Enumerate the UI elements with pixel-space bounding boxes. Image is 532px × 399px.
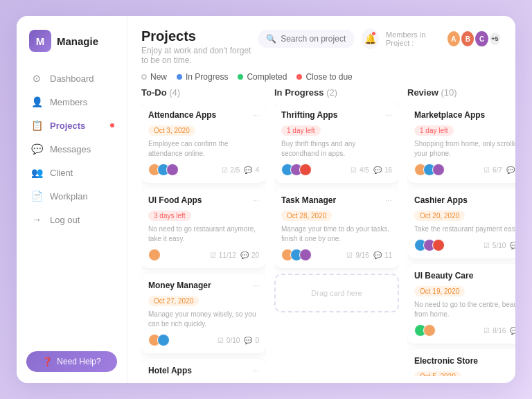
avatar-3: C xyxy=(474,30,489,48)
client-icon: 👥 xyxy=(30,167,43,178)
need-help-label: Need Help? xyxy=(57,357,100,366)
avatar-2: B xyxy=(460,30,475,48)
filter-label-closetodue: Close to due xyxy=(305,72,352,82)
mini-avatar xyxy=(432,239,445,251)
logout-icon: → xyxy=(30,214,43,225)
messages-icon: 💬 xyxy=(30,143,43,154)
search-box[interactable]: 🔍 xyxy=(258,30,354,48)
card-comments: 💬16 xyxy=(373,166,392,174)
dot-inprogress xyxy=(177,74,182,80)
members-icon: 👤 xyxy=(30,96,43,107)
card-title: Electronic Store xyxy=(414,356,478,366)
card-desc: Employee can confirm the attendance onli… xyxy=(148,139,259,159)
header-right: 🔍 🔔 Members in Project : A B C +5 xyxy=(258,28,502,49)
drag-card[interactable]: Drag card here xyxy=(274,274,399,312)
filter-label-new: New xyxy=(150,72,167,82)
filter-label-completed: Completed xyxy=(247,72,287,82)
card-more-icon[interactable]: ··· xyxy=(385,195,392,209)
sidebar-label-logout: Log out xyxy=(50,215,80,225)
sidebar-item-messages[interactable]: 💬 Messages xyxy=(24,138,120,160)
column-header-todo: To-Do (4) xyxy=(141,87,266,98)
card-title: UI Beauty Care xyxy=(414,271,473,281)
card-tasks: ☑5/10 xyxy=(484,242,506,249)
card-c8[interactable]: Cashier Apps···Oct 20, 2020Take the rest… xyxy=(407,188,515,258)
sidebar-bottom: ❓ Need Help? xyxy=(17,344,127,372)
card-comments: 💬12 xyxy=(506,166,515,174)
sidebar-item-projects[interactable]: 📋 Projects xyxy=(24,114,120,136)
sidebar-item-dashboard[interactable]: ⊙ Dashboard xyxy=(24,67,120,89)
need-help-button[interactable]: ❓ Need Help? xyxy=(26,351,117,372)
card-more-icon[interactable]: ··· xyxy=(385,110,392,123)
card-more-icon[interactable]: ··· xyxy=(252,281,259,294)
card-tasks: ☑11/12 xyxy=(210,251,236,259)
card-c2[interactable]: UI Food Apps···3 days leftNo need to go … xyxy=(141,188,266,268)
card-footer: ☑6/7💬12 xyxy=(414,163,515,176)
members-in-project: Members in Project : A B C +5 xyxy=(386,30,502,48)
page-subtitle: Enjoy at work and don't forget to be on … xyxy=(141,46,258,65)
projects-active-dot xyxy=(110,123,114,127)
members-label: Members in Project : xyxy=(386,30,445,47)
card-more-icon[interactable]: ··· xyxy=(252,366,259,376)
column-inprogress: In Progress (2)Thrifting Apps···1 day le… xyxy=(274,87,399,376)
card-title: Thrifting Apps xyxy=(281,110,338,120)
card-meta: ☑8/16💬8 xyxy=(484,327,515,335)
filters-bar: New In Progress Completed Close to due xyxy=(127,72,515,87)
mini-avatar xyxy=(423,324,436,337)
card-desc: No need to go restaurant anymore, take i… xyxy=(148,224,259,244)
filter-completed[interactable]: Completed xyxy=(238,72,287,82)
card-c7[interactable]: Marketplace Apps···1 day leftShopping fr… xyxy=(407,103,515,183)
sidebar-item-members[interactable]: 👤 Members xyxy=(24,91,120,113)
card-desc: Buy thrift things and any secondhand in … xyxy=(281,139,392,159)
column-review: Review (10)Marketplace Apps···1 day left… xyxy=(407,87,515,376)
page-title: Projects xyxy=(141,28,258,44)
card-c4[interactable]: Hotel Apps···Oct 3, 2020Choose your favo… xyxy=(141,359,266,376)
card-footer: ☑5/10💬6 xyxy=(414,239,515,251)
mini-avatar xyxy=(148,249,161,261)
filter-closetodue[interactable]: Close to due xyxy=(296,72,352,82)
card-c10[interactable]: Electronic Store···Oct 5, 2020Much choic… xyxy=(407,349,515,376)
card-title: UI Food Apps xyxy=(148,195,202,205)
card-footer: ☑11/12💬20 xyxy=(148,249,259,261)
header-left: Projects Enjoy at work and don't forget … xyxy=(141,28,258,65)
sidebar-item-client[interactable]: 👥 Client xyxy=(24,161,120,184)
card-tasks: ☑4/5 xyxy=(351,166,369,174)
app-container: M Managie ⊙ Dashboard 👤 Members 📋 Projec… xyxy=(17,16,515,383)
filter-label-inprogress: In Progress xyxy=(186,72,228,82)
filter-inprogress[interactable]: In Progress xyxy=(177,72,228,82)
card-more-icon[interactable]: ··· xyxy=(252,195,259,209)
card-tasks: ☑2/5 xyxy=(222,166,240,174)
card-c9[interactable]: UI Beauty Care···Oct 19, 2020No need to … xyxy=(407,264,515,344)
card-meta: ☑0/10💬0 xyxy=(218,337,259,344)
card-tag: Oct 5, 2020 xyxy=(414,371,461,376)
mini-avatar xyxy=(157,334,170,346)
sidebar: M Managie ⊙ Dashboard 👤 Members 📋 Projec… xyxy=(17,16,127,383)
main-header: Projects Enjoy at work and don't forget … xyxy=(127,16,515,72)
filter-new[interactable]: New xyxy=(141,72,167,82)
card-footer: ☑0/10💬0 xyxy=(148,334,259,346)
card-c6[interactable]: Task Manager···Oct 28, 2020Manage your t… xyxy=(274,188,399,268)
card-comments: 💬20 xyxy=(240,251,259,259)
card-meta: ☑5/10💬6 xyxy=(484,242,515,249)
card-more-icon[interactable]: ··· xyxy=(252,110,259,123)
card-title: Marketplace Apps xyxy=(414,110,485,120)
sidebar-item-logout[interactable]: → Log out xyxy=(24,209,120,231)
sidebar-item-workplan[interactable]: 📄 Workplan xyxy=(24,185,120,207)
card-title: Task Manager xyxy=(281,195,336,205)
sidebar-label-workplan: Workplan xyxy=(50,191,88,202)
card-title: Attendance Apps xyxy=(148,110,216,120)
dot-completed xyxy=(238,74,243,80)
card-desc: Manage your money wisely, so you can be … xyxy=(148,310,259,329)
sidebar-label-messages: Messages xyxy=(50,144,91,154)
card-comments: 💬11 xyxy=(373,251,392,259)
card-footer: ☑4/5💬16 xyxy=(281,163,392,176)
card-c3[interactable]: Money Manager···Oct 27, 2020Manage your … xyxy=(141,274,266,353)
card-comments: 💬8 xyxy=(510,327,515,335)
card-desc: Manage your time to do your tasks, finis… xyxy=(281,224,392,244)
card-c5[interactable]: Thrifting Apps···1 day leftBuy thrift th… xyxy=(274,103,399,183)
card-c1[interactable]: Attendance Apps···Oct 3, 2020Employee ca… xyxy=(141,103,266,183)
mini-avatar xyxy=(299,249,312,261)
search-input[interactable] xyxy=(281,34,346,44)
bell-button[interactable]: 🔔 xyxy=(362,28,379,49)
dot-closetodue xyxy=(296,74,302,80)
card-tag: 3 days left xyxy=(148,211,191,221)
